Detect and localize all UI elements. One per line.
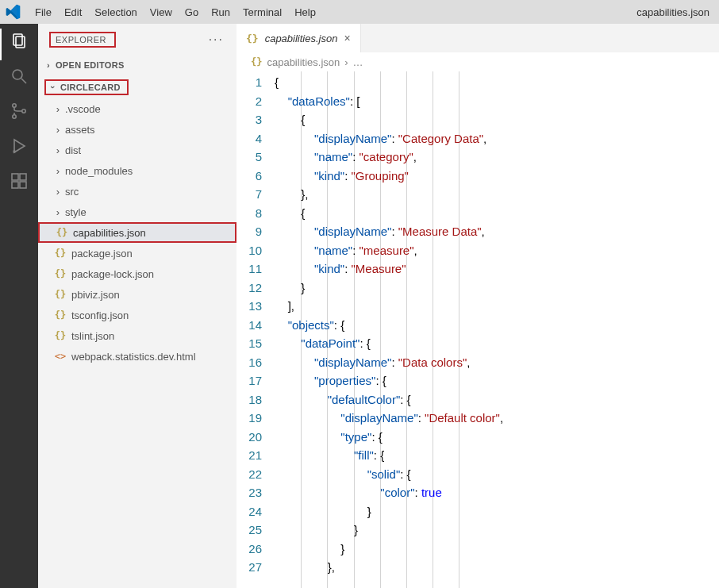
svg-rect-9 (12, 182, 18, 188)
svg-point-4 (13, 104, 16, 107)
extensions-icon[interactable] (8, 170, 30, 192)
chevron-right-icon: › (54, 103, 62, 115)
vscode-icon (5, 4, 21, 20)
file-webpack-html[interactable]: <>webpack.statistics.dev.html (38, 346, 236, 367)
menu-go[interactable]: Go (179, 3, 205, 21)
json-file-icon: {} (56, 226, 68, 239)
folder-node-modules[interactable]: ›node_modules (38, 160, 236, 181)
file-capabilities-json[interactable]: {}capabilities.json (38, 222, 236, 243)
svg-rect-11 (20, 174, 26, 180)
svg-point-5 (13, 115, 16, 118)
open-editors-label: OPEN EDITORS (56, 60, 125, 70)
tab-label: capabilities.json (265, 33, 338, 44)
svg-rect-10 (20, 182, 26, 188)
file-tsconfig-json[interactable]: {}tsconfig.json (38, 305, 236, 325)
json-file-icon: {} (251, 56, 262, 67)
file-package-json[interactable]: {}package.json (38, 243, 236, 263)
svg-line-3 (21, 79, 26, 83)
svg-rect-1 (16, 37, 25, 48)
menu-view[interactable]: View (144, 3, 179, 21)
explorer-icon[interactable] (8, 30, 30, 52)
menu-help[interactable]: Help (288, 3, 322, 21)
chevron-right-icon: › (344, 56, 348, 68)
editor-area: {} capabilities.json × {} capabilities.j… (236, 24, 719, 588)
folder-assets[interactable]: ›assets (38, 119, 236, 140)
code-editor[interactable]: 1234567891011121314151617181920212223242… (236, 71, 719, 588)
chevron-right-icon: › (54, 206, 62, 218)
search-icon[interactable] (8, 65, 30, 87)
chevron-down-icon: › (48, 83, 58, 91)
sidebar-more-icon[interactable]: ··· (209, 33, 227, 47)
menu-file[interactable]: File (29, 3, 58, 21)
code-content[interactable]: { "dataRoles": [ { "displayName": "Categ… (275, 71, 719, 588)
menu-run[interactable]: Run (205, 3, 236, 21)
chevron-right-icon: › (54, 124, 62, 136)
file-tree: ›.vscode ›assets ›dist ›node_modules ›sr… (38, 97, 236, 368)
close-icon[interactable]: × (344, 32, 350, 44)
svg-point-7 (13, 150, 16, 153)
folder-vscode[interactable]: ›.vscode (38, 98, 236, 119)
editor-tabs: {} capabilities.json × (236, 24, 719, 52)
json-file-icon: {} (246, 33, 259, 44)
chevron-right-icon: › (54, 186, 62, 198)
json-file-icon: {} (54, 329, 67, 342)
chevron-right-icon: › (54, 165, 62, 177)
svg-point-6 (22, 110, 25, 113)
explorer-title: EXPLORER (49, 32, 116, 48)
chevron-right-icon: › (44, 60, 52, 70)
menu-bar: File Edit Selection View Go Run Terminal… (0, 0, 719, 24)
svg-point-2 (13, 70, 22, 79)
svg-rect-0 (13, 34, 22, 45)
file-package-lock-json[interactable]: {}package-lock.json (38, 263, 236, 284)
breadcrumb-more: … (353, 56, 363, 68)
breadcrumb-file: capabilities.json (267, 56, 340, 68)
source-control-icon[interactable] (8, 100, 30, 122)
explorer-sidebar: EXPLORER ··· › OPEN EDITORS › CIRCLECARD… (38, 24, 236, 588)
tab-capabilities-json[interactable]: {} capabilities.json × (236, 24, 361, 52)
open-editors-section[interactable]: › OPEN EDITORS (38, 57, 236, 73)
chevron-right-icon: › (54, 144, 62, 156)
json-file-icon: {} (54, 247, 67, 259)
html-file-icon: <> (54, 350, 67, 363)
svg-rect-8 (12, 174, 18, 180)
folder-style[interactable]: ›style (38, 202, 236, 222)
folder-dist[interactable]: ›dist (38, 140, 236, 160)
menu-terminal[interactable]: Terminal (236, 3, 288, 21)
json-file-icon: {} (54, 267, 67, 280)
file-tslint-json[interactable]: {}tslint.json (38, 325, 236, 346)
file-pbiviz-json[interactable]: {}pbiviz.json (38, 284, 236, 305)
window-title: capabilities.json (636, 6, 714, 18)
menu-selection[interactable]: Selection (88, 3, 143, 21)
project-section[interactable]: › CIRCLECARD (44, 79, 129, 95)
line-numbers: 1234567891011121314151617181920212223242… (236, 71, 275, 588)
json-file-icon: {} (54, 309, 67, 321)
activity-bar (0, 24, 38, 588)
run-debug-icon[interactable] (8, 135, 30, 157)
folder-src[interactable]: ›src (38, 181, 236, 202)
project-name: CIRCLECARD (60, 83, 121, 92)
json-file-icon: {} (54, 288, 67, 301)
breadcrumb[interactable]: {} capabilities.json › … (236, 52, 719, 71)
menu-edit[interactable]: Edit (58, 3, 88, 21)
